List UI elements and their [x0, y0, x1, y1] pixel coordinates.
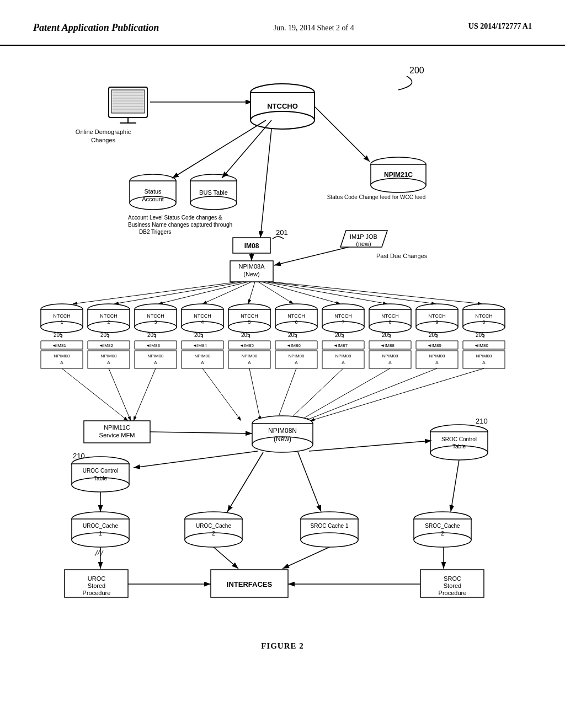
svg-text:◄IM82: ◄IM82	[99, 343, 113, 348]
page-header: Patent Application Publication Jun. 19, …	[0, 0, 565, 46]
svg-line-184	[62, 368, 128, 421]
svg-line-228	[227, 452, 263, 512]
svg-text:Table: Table	[452, 443, 466, 449]
svg-text:UROC Control: UROC Control	[83, 468, 118, 474]
svg-text:A: A	[388, 360, 392, 365]
svg-text:◄IM87: ◄IM87	[333, 343, 348, 348]
svg-line-191	[299, 368, 390, 421]
svg-line-126	[158, 282, 248, 304]
svg-text:SROC: SROC	[444, 575, 461, 582]
svg-text:(New): (New)	[243, 271, 259, 277]
svg-text:INTERFACES: INTERFACES	[227, 580, 273, 588]
svg-text:NPIM08: NPIM08	[335, 354, 351, 358]
svg-line-125	[114, 282, 244, 304]
svg-text:Stored: Stored	[444, 582, 461, 589]
svg-line-233	[298, 452, 321, 512]
svg-text:NPIM08: NPIM08	[382, 354, 398, 358]
svg-point-19	[250, 111, 315, 129]
svg-line-30	[172, 120, 266, 178]
svg-text:NTCCH: NTCCH	[381, 313, 399, 319]
svg-text:DB2 Triggers: DB2 Triggers	[139, 229, 171, 235]
svg-text:NPIM21C: NPIM21C	[384, 171, 413, 179]
svg-text:(New): (New)	[274, 435, 291, 443]
svg-text:A: A	[201, 360, 204, 365]
svg-text:◄IM89: ◄IM89	[427, 343, 441, 348]
svg-text:(new): (new)	[356, 240, 371, 247]
svg-text:NPIM08: NPIM08	[429, 354, 445, 358]
publication-title: Patent Application Publication	[33, 22, 159, 34]
svg-text:NTCCH: NTCCH	[334, 313, 352, 319]
svg-text:NPIM08: NPIM08	[101, 354, 117, 358]
svg-text:A: A	[295, 360, 298, 365]
svg-text:Past Due Changes: Past Due Changes	[376, 253, 428, 259]
svg-point-28	[190, 196, 237, 210]
svg-text:NPIM08: NPIM08	[476, 354, 492, 358]
svg-text:5: 5	[248, 319, 250, 325]
svg-text:IM08: IM08	[244, 242, 259, 250]
svg-text:Status Code Change feed for WC: Status Code Change feed for WCC feed	[327, 194, 425, 200]
svg-line-127	[202, 282, 252, 304]
svg-text:201: 201	[276, 228, 288, 237]
svg-text:A: A	[154, 360, 157, 365]
svg-text:Account: Account	[142, 196, 164, 202]
svg-text:◄IM81: ◄IM81	[52, 343, 66, 348]
svg-line-131	[265, 282, 387, 304]
svg-line-190	[288, 368, 343, 421]
svg-line-215	[134, 451, 258, 468]
svg-text:Procedure: Procedure	[439, 590, 467, 596]
svg-line-39	[315, 106, 370, 162]
svg-text:SROC Cache 1: SROC Cache 1	[311, 523, 349, 529]
svg-text:210: 210	[476, 417, 488, 425]
svg-line-132	[268, 282, 436, 304]
svg-line-185	[109, 368, 131, 421]
svg-line-193	[310, 368, 484, 421]
svg-text:2: 2	[107, 319, 110, 325]
svg-line-48	[260, 129, 271, 238]
svg-text:1: 1	[99, 531, 102, 537]
svg-line-239	[451, 460, 459, 512]
sheet-info: Jun. 19, 2014 Sheet 2 of 4	[274, 22, 354, 34]
svg-text:NTCCH: NTCCH	[428, 313, 446, 319]
ref-200: 200	[409, 66, 424, 75]
svg-text:A: A	[342, 360, 345, 365]
svg-text:NTCCH: NTCCH	[475, 313, 493, 319]
svg-line-129	[258, 282, 294, 304]
svg-line-245	[95, 550, 98, 556]
svg-text:6: 6	[295, 319, 297, 325]
svg-line-187	[202, 368, 241, 421]
svg-line-192	[305, 368, 437, 421]
svg-text:A: A	[435, 360, 439, 365]
svg-text:SROC Control: SROC Control	[441, 436, 477, 442]
patent-number: US 2014/172777 A1	[468, 22, 532, 31]
svg-text:4: 4	[201, 319, 204, 325]
svg-text:A: A	[107, 360, 110, 365]
svg-text:NPIM11C: NPIM11C	[104, 424, 130, 431]
svg-line-202	[150, 432, 252, 433]
svg-rect-4	[111, 90, 145, 113]
svg-text:9: 9	[435, 319, 438, 325]
svg-text:A: A	[482, 360, 486, 365]
svg-text:Table: Table	[94, 475, 107, 481]
svg-text:NPIM08: NPIM08	[195, 354, 211, 358]
svg-text:A: A	[248, 360, 251, 365]
svg-line-53	[274, 247, 349, 265]
diagram-area: 200 Online Demographic Change	[0, 46, 565, 673]
svg-text:◄IM86: ◄IM86	[286, 343, 301, 348]
svg-line-31	[222, 120, 271, 178]
svg-text:NPIM08: NPIM08	[242, 354, 258, 358]
svg-text:NPIM08A: NPIM08A	[238, 263, 265, 270]
svg-text:NPIM08: NPIM08	[54, 354, 70, 358]
svg-text:Changes: Changes	[91, 137, 116, 143]
svg-text:NPIM08: NPIM08	[289, 354, 305, 358]
svg-text:SROC_Cache: SROC_Cache	[425, 523, 460, 529]
svg-line-189	[277, 368, 296, 421]
svg-text:NTCCH: NTCCH	[53, 313, 71, 319]
svg-text:1: 1	[60, 319, 63, 325]
svg-line-124	[73, 282, 238, 304]
figure-2-diagram: 200 Online Demographic Change	[23, 57, 542, 636]
svg-text:8: 8	[388, 319, 391, 325]
svg-text:Business Name changes captured: Business Name changes captured through	[128, 222, 232, 228]
svg-text:◄IM85: ◄IM85	[239, 343, 254, 348]
svg-text:3: 3	[154, 319, 157, 325]
figure-container: 200 Online Demographic Change	[22, 57, 543, 651]
